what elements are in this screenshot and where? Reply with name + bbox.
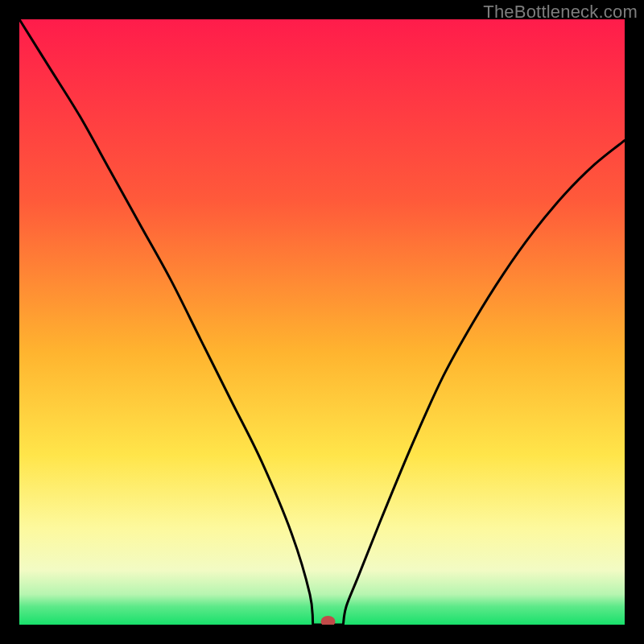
watermark-text: TheBottleneck.com bbox=[483, 2, 638, 23]
chart-frame bbox=[19, 19, 625, 625]
gradient-background bbox=[19, 19, 625, 625]
bottleneck-chart bbox=[19, 19, 625, 625]
